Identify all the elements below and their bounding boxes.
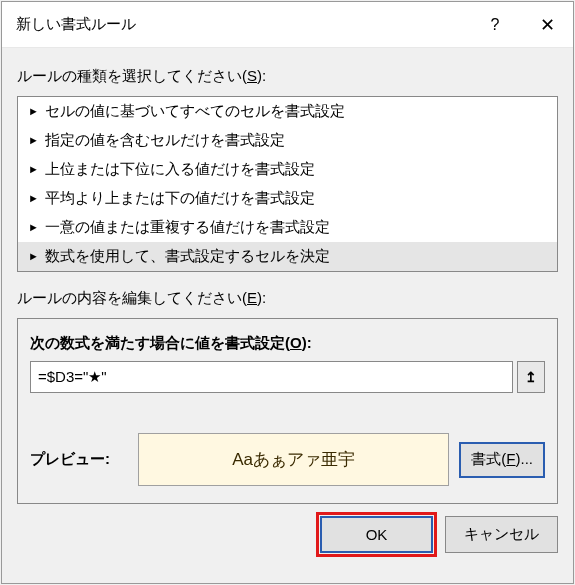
formula-heading: 次の数式を満たす場合に値を書式設定(O): xyxy=(30,334,545,353)
preview-label: プレビュー: xyxy=(30,450,128,469)
format-button[interactable]: 書式(F)... xyxy=(459,442,545,478)
preview-box: Aaあぁアァ亜宇 xyxy=(138,433,449,486)
formula-row: ↥ xyxy=(30,361,545,393)
help-button[interactable]: ? xyxy=(469,2,521,48)
rule-type-item-3[interactable]: ►平均より上または下の値だけを書式設定 xyxy=(18,184,557,213)
edit-rule-label-accel: E xyxy=(247,289,257,306)
format-btn-post: )... xyxy=(516,450,534,467)
rule-type-label: ルールの種類を選択してください(S): xyxy=(17,67,558,86)
dialog-body: ルールの種類を選択してください(S): ►セルの値に基づいてすべてのセルを書式設… xyxy=(2,48,573,583)
ok-button[interactable]: OK xyxy=(320,516,433,553)
rule-type-item-4[interactable]: ►一意の値または重複する値だけを書式設定 xyxy=(18,213,557,242)
rule-type-item-1[interactable]: ►指定の値を含むセルだけを書式設定 xyxy=(18,126,557,155)
edit-box: 次の数式を満たす場合に値を書式設定(O): ↥ プレビュー: Aaあぁアァ亜宇 … xyxy=(17,318,558,504)
new-format-rule-dialog: 新しい書式ルール ? ✕ ルールの種類を選択してください(S): ►セルの値に基… xyxy=(1,1,574,584)
bullet-icon: ► xyxy=(28,106,39,117)
bullet-icon: ► xyxy=(28,222,39,233)
rule-type-item-5[interactable]: ►数式を使用して、書式設定するセルを決定 xyxy=(18,242,557,271)
rule-type-label-accel: S xyxy=(247,67,257,84)
bullet-icon: ► xyxy=(28,135,39,146)
format-btn-pre: 書式( xyxy=(471,450,506,467)
rule-type-text: セルの値に基づいてすべてのセルを書式設定 xyxy=(45,102,345,121)
rule-type-list[interactable]: ►セルの値に基づいてすべてのセルを書式設定 ►指定の値を含むセルだけを書式設定 … xyxy=(17,96,558,272)
formula-heading-post: ): xyxy=(302,334,312,351)
titlebar: 新しい書式ルール ? ✕ xyxy=(2,2,573,48)
rule-type-label-post: ): xyxy=(257,67,266,84)
close-button[interactable]: ✕ xyxy=(521,2,573,48)
edit-rule-label-post: ): xyxy=(257,289,266,306)
rule-type-text: 上位または下位に入る値だけを書式設定 xyxy=(45,160,315,179)
rule-type-text: 一意の値または重複する値だけを書式設定 xyxy=(45,218,330,237)
formula-heading-pre: 次の数式を満たす場合に値を書式設定( xyxy=(30,334,290,351)
bullet-icon: ► xyxy=(28,193,39,204)
rule-type-text: 平均より上または下の値だけを書式設定 xyxy=(45,189,315,208)
rule-type-label-pre: ルールの種類を選択してください( xyxy=(17,67,247,84)
rule-type-text: 数式を使用して、書式設定するセルを決定 xyxy=(45,247,330,266)
format-btn-accel: F xyxy=(506,450,515,467)
bullet-icon: ► xyxy=(28,164,39,175)
edit-rule-label: ルールの内容を編集してください(E): xyxy=(17,289,558,308)
formula-heading-accel: O xyxy=(290,334,302,351)
rule-type-item-0[interactable]: ►セルの値に基づいてすべてのセルを書式設定 xyxy=(18,97,557,126)
rule-type-text: 指定の値を含むセルだけを書式設定 xyxy=(45,131,285,150)
formula-input[interactable] xyxy=(30,361,513,393)
reference-icon: ↥ xyxy=(525,369,537,385)
rule-type-item-2[interactable]: ►上位または下位に入る値だけを書式設定 xyxy=(18,155,557,184)
cancel-button[interactable]: キャンセル xyxy=(445,516,558,553)
collapse-dialog-button[interactable]: ↥ xyxy=(517,361,545,393)
dialog-title: 新しい書式ルール xyxy=(16,15,469,34)
bullet-icon: ► xyxy=(28,251,39,262)
preview-row: プレビュー: Aaあぁアァ亜宇 書式(F)... xyxy=(30,433,545,486)
button-row: OK キャンセル xyxy=(17,516,558,553)
edit-rule-label-pre: ルールの内容を編集してください( xyxy=(17,289,247,306)
